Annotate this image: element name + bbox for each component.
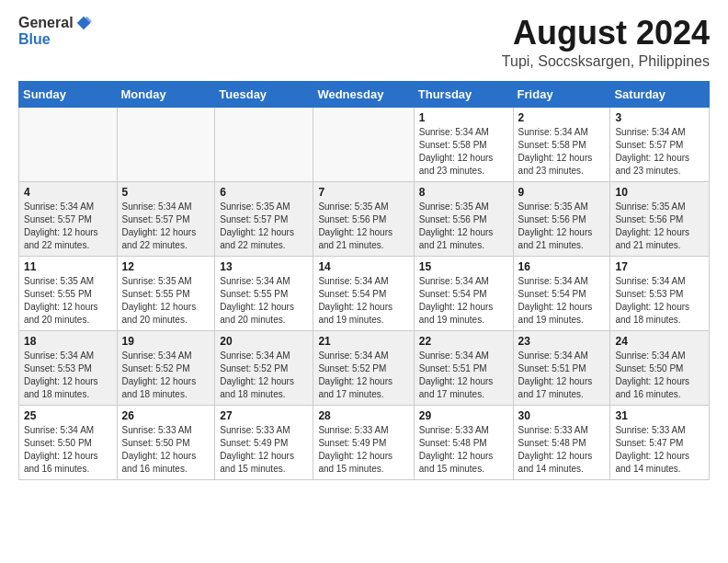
day-info: Sunrise: 5:34 AM Sunset: 5:57 PM Dayligh… <box>615 126 704 178</box>
day-number: 31 <box>615 409 704 422</box>
calendar-week-row: 4Sunrise: 5:34 AM Sunset: 5:57 PM Daylig… <box>19 181 710 256</box>
day-info: Sunrise: 5:34 AM Sunset: 5:58 PM Dayligh… <box>419 126 508 178</box>
location-title: Tupi, Soccsksargen, Philippines <box>502 53 710 70</box>
day-number: 13 <box>220 260 308 273</box>
calendar-cell: 28Sunrise: 5:33 AM Sunset: 5:49 PM Dayli… <box>313 405 414 479</box>
logo-icon <box>75 15 92 31</box>
weekday-header: Monday <box>117 81 215 107</box>
day-number: 25 <box>24 409 112 422</box>
day-info: Sunrise: 5:34 AM Sunset: 5:53 PM Dayligh… <box>615 275 704 327</box>
day-number: 28 <box>318 409 408 422</box>
day-info: Sunrise: 5:34 AM Sunset: 5:54 PM Dayligh… <box>318 275 408 327</box>
calendar-cell <box>19 107 118 181</box>
calendar-cell: 27Sunrise: 5:33 AM Sunset: 5:49 PM Dayli… <box>215 405 313 479</box>
day-number: 10 <box>615 186 704 199</box>
weekday-header: Tuesday <box>215 81 313 107</box>
day-number: 3 <box>615 111 704 124</box>
day-info: Sunrise: 5:34 AM Sunset: 5:52 PM Dayligh… <box>318 350 408 401</box>
calendar-cell: 20Sunrise: 5:34 AM Sunset: 5:52 PM Dayli… <box>215 330 313 405</box>
calendar-cell: 17Sunrise: 5:34 AM Sunset: 5:53 PM Dayli… <box>610 256 710 330</box>
title-area: August 2024 Tupi, Soccsksargen, Philippi… <box>502 15 710 70</box>
logo-blue-text: Blue <box>18 31 51 47</box>
weekday-header: Thursday <box>414 81 513 107</box>
day-info: Sunrise: 5:33 AM Sunset: 5:49 PM Dayligh… <box>318 424 408 476</box>
month-title: August 2024 <box>502 15 710 52</box>
day-number: 18 <box>24 335 112 348</box>
day-info: Sunrise: 5:33 AM Sunset: 5:50 PM Dayligh… <box>122 424 210 476</box>
day-number: 8 <box>419 186 508 199</box>
day-number: 12 <box>122 260 210 273</box>
day-info: Sunrise: 5:34 AM Sunset: 5:57 PM Dayligh… <box>122 201 210 252</box>
day-number: 26 <box>122 409 210 422</box>
day-number: 21 <box>318 335 408 348</box>
calendar-week-row: 1Sunrise: 5:34 AM Sunset: 5:58 PM Daylig… <box>19 107 710 181</box>
header: General Blue August 2024 Tupi, Soccsksar… <box>18 15 710 70</box>
calendar-cell <box>117 107 215 181</box>
day-number: 29 <box>419 409 508 422</box>
day-info: Sunrise: 5:34 AM Sunset: 5:52 PM Dayligh… <box>220 350 308 401</box>
calendar-cell <box>313 107 414 181</box>
day-info: Sunrise: 5:35 AM Sunset: 5:56 PM Dayligh… <box>615 201 704 252</box>
calendar-cell: 10Sunrise: 5:35 AM Sunset: 5:56 PM Dayli… <box>610 181 710 256</box>
calendar-cell: 12Sunrise: 5:35 AM Sunset: 5:55 PM Dayli… <box>117 256 215 330</box>
weekday-header: Sunday <box>19 81 118 107</box>
calendar-cell: 2Sunrise: 5:34 AM Sunset: 5:58 PM Daylig… <box>513 107 610 181</box>
day-info: Sunrise: 5:35 AM Sunset: 5:56 PM Dayligh… <box>419 201 508 252</box>
day-number: 5 <box>122 186 210 199</box>
calendar-cell: 25Sunrise: 5:34 AM Sunset: 5:50 PM Dayli… <box>19 405 118 479</box>
day-info: Sunrise: 5:34 AM Sunset: 5:57 PM Dayligh… <box>24 201 112 252</box>
calendar-cell: 14Sunrise: 5:34 AM Sunset: 5:54 PM Dayli… <box>313 256 414 330</box>
day-info: Sunrise: 5:33 AM Sunset: 5:48 PM Dayligh… <box>419 424 508 476</box>
calendar-cell: 11Sunrise: 5:35 AM Sunset: 5:55 PM Dayli… <box>19 256 118 330</box>
page: General Blue August 2024 Tupi, Soccsksar… <box>0 0 728 495</box>
calendar-week-row: 25Sunrise: 5:34 AM Sunset: 5:50 PM Dayli… <box>19 405 710 479</box>
day-number: 20 <box>220 335 308 348</box>
day-info: Sunrise: 5:35 AM Sunset: 5:55 PM Dayligh… <box>24 275 112 327</box>
calendar-cell: 4Sunrise: 5:34 AM Sunset: 5:57 PM Daylig… <box>19 181 118 256</box>
day-number: 27 <box>220 409 308 422</box>
day-info: Sunrise: 5:34 AM Sunset: 5:58 PM Dayligh… <box>518 126 606 178</box>
calendar-cell: 7Sunrise: 5:35 AM Sunset: 5:56 PM Daylig… <box>313 181 414 256</box>
calendar-cell: 24Sunrise: 5:34 AM Sunset: 5:50 PM Dayli… <box>610 330 710 405</box>
calendar-cell: 31Sunrise: 5:33 AM Sunset: 5:47 PM Dayli… <box>610 405 710 479</box>
day-number: 4 <box>24 186 112 199</box>
calendar-cell: 5Sunrise: 5:34 AM Sunset: 5:57 PM Daylig… <box>117 181 215 256</box>
day-info: Sunrise: 5:35 AM Sunset: 5:57 PM Dayligh… <box>220 201 308 252</box>
calendar-cell: 18Sunrise: 5:34 AM Sunset: 5:53 PM Dayli… <box>19 330 118 405</box>
calendar-cell: 9Sunrise: 5:35 AM Sunset: 5:56 PM Daylig… <box>513 181 610 256</box>
day-info: Sunrise: 5:34 AM Sunset: 5:51 PM Dayligh… <box>518 350 606 401</box>
day-number: 22 <box>419 335 508 348</box>
logo: General Blue <box>18 15 92 48</box>
weekday-header: Saturday <box>610 81 710 107</box>
day-number: 16 <box>518 260 606 273</box>
day-info: Sunrise: 5:34 AM Sunset: 5:51 PM Dayligh… <box>419 350 508 401</box>
day-number: 2 <box>518 111 606 124</box>
day-info: Sunrise: 5:35 AM Sunset: 5:55 PM Dayligh… <box>122 275 210 327</box>
calendar: SundayMondayTuesdayWednesdayThursdayFrid… <box>18 81 710 480</box>
day-info: Sunrise: 5:33 AM Sunset: 5:48 PM Dayligh… <box>518 424 606 476</box>
day-info: Sunrise: 5:33 AM Sunset: 5:47 PM Dayligh… <box>615 424 704 476</box>
calendar-cell: 8Sunrise: 5:35 AM Sunset: 5:56 PM Daylig… <box>414 181 513 256</box>
day-number: 9 <box>518 186 606 199</box>
day-number: 30 <box>518 409 606 422</box>
calendar-cell <box>215 107 313 181</box>
day-info: Sunrise: 5:34 AM Sunset: 5:55 PM Dayligh… <box>220 275 308 327</box>
weekday-header: Friday <box>513 81 610 107</box>
calendar-cell: 3Sunrise: 5:34 AM Sunset: 5:57 PM Daylig… <box>610 107 710 181</box>
calendar-cell: 30Sunrise: 5:33 AM Sunset: 5:48 PM Dayli… <box>513 405 610 479</box>
calendar-cell: 16Sunrise: 5:34 AM Sunset: 5:54 PM Dayli… <box>513 256 610 330</box>
day-number: 14 <box>318 260 408 273</box>
day-info: Sunrise: 5:34 AM Sunset: 5:54 PM Dayligh… <box>419 275 508 327</box>
calendar-cell: 21Sunrise: 5:34 AM Sunset: 5:52 PM Dayli… <box>313 330 414 405</box>
day-info: Sunrise: 5:33 AM Sunset: 5:49 PM Dayligh… <box>220 424 308 476</box>
day-number: 6 <box>220 186 308 199</box>
calendar-cell: 22Sunrise: 5:34 AM Sunset: 5:51 PM Dayli… <box>414 330 513 405</box>
day-number: 17 <box>615 260 704 273</box>
calendar-week-row: 18Sunrise: 5:34 AM Sunset: 5:53 PM Dayli… <box>19 330 710 405</box>
day-number: 19 <box>122 335 210 348</box>
day-info: Sunrise: 5:35 AM Sunset: 5:56 PM Dayligh… <box>318 201 408 252</box>
day-number: 11 <box>24 260 112 273</box>
day-number: 1 <box>419 111 508 124</box>
day-info: Sunrise: 5:35 AM Sunset: 5:56 PM Dayligh… <box>518 201 606 252</box>
weekday-header: Wednesday <box>313 81 414 107</box>
